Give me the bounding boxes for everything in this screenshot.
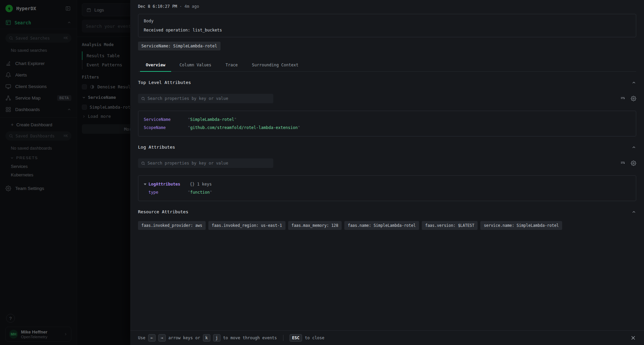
log-attributes-table: LogAttributes {} 1 keys type function	[138, 175, 636, 201]
kbd-j: j	[213, 334, 221, 342]
property-search-input[interactable]	[147, 161, 270, 166]
attribute-value: github.com/streamfold/rotel-lambda-exten…	[188, 125, 300, 130]
kbd-esc: ESC	[290, 334, 302, 342]
caret-down-icon	[144, 184, 146, 185]
divider	[283, 335, 283, 341]
tree-root-row[interactable]: LogAttributes {} 1 keys	[144, 180, 630, 188]
footer-text: to move through events	[223, 336, 277, 340]
top-level-search-row	[138, 94, 636, 103]
table-row: type function	[144, 188, 630, 196]
attribute-chip[interactable]: faas.invoked_region: us-east-1	[208, 221, 285, 230]
table-row: ServiceName SimpleLambda-rotel	[144, 115, 630, 124]
close-panel-button[interactable]	[629, 334, 637, 342]
kbd-arrow-right: →	[158, 334, 166, 342]
panel-footer: Use ← → arrow keys or k j to move throug…	[130, 330, 644, 345]
tab-column-values[interactable]: Column Values	[174, 59, 217, 71]
tab-overview[interactable]: Overview	[140, 59, 171, 71]
event-timestamp-row: Dec 8 6:10:27 PM · 4m ago	[138, 4, 636, 9]
collapse-section-icon[interactable]	[631, 210, 636, 214]
footer-text: to close	[305, 336, 324, 340]
section-actions	[620, 160, 636, 166]
event-time-ago: · 4m ago	[180, 4, 199, 9]
detail-tabs: Overview Column Values Trace Surrounding…	[138, 59, 636, 72]
attribute-key[interactable]: LogAttributes	[148, 182, 190, 187]
section-title: Resource Attributes	[138, 209, 188, 214]
event-detail-panel: Dec 8 6:10:27 PM · 4m ago Body Received …	[130, 0, 644, 345]
resource-attributes-header: Resource Attributes	[138, 209, 636, 214]
resource-attributes-chips: faas.invoked_provider: aws faas.invoked_…	[138, 221, 636, 230]
log-attributes-header: Log Attributes	[138, 145, 636, 150]
attribute-chip[interactable]: faas.version: $LATEST	[422, 221, 478, 230]
property-search-input[interactable]	[147, 96, 270, 101]
kbd-k: k	[203, 334, 210, 342]
tree-meta: {} 1 keys	[190, 182, 212, 187]
event-timestamp: Dec 8 6:10:27 PM	[138, 4, 177, 9]
attribute-value: SimpleLambda-rotel	[188, 117, 237, 122]
attribute-value: function	[188, 190, 212, 195]
body-text: Received operation: list_buckets	[144, 28, 630, 33]
attribute-key[interactable]: ScopeName	[144, 125, 188, 130]
kbd-arrow-left: ←	[148, 334, 156, 342]
attribute-key[interactable]: ServiceName	[144, 117, 188, 122]
property-search[interactable]	[138, 158, 273, 168]
attribute-chip[interactable]: service.name: SimpleLambda-rotel	[480, 221, 562, 230]
gear-icon[interactable]	[631, 160, 636, 166]
attribute-chip[interactable]: faas.name: SimpleLambda-rotel	[344, 221, 419, 230]
gear-icon[interactable]	[631, 96, 636, 101]
footer-text: Use	[138, 336, 145, 340]
attribute-chip[interactable]: faas.max_memory: 128	[288, 221, 342, 230]
top-level-attributes-header: Top Level Attributes	[138, 80, 636, 85]
section-actions	[620, 96, 636, 101]
footer-text: arrow keys or	[168, 336, 200, 340]
collapse-section-icon[interactable]	[631, 80, 636, 85]
table-row: ScopeName github.com/streamfold/rotel-la…	[144, 124, 630, 132]
section-title: Log Attributes	[138, 145, 175, 150]
attribute-chip[interactable]: faas.invoked_provider: aws	[138, 221, 206, 230]
collapse-section-icon[interactable]	[631, 145, 636, 150]
top-level-attributes-table: ServiceName SimpleLambda-rotel ScopeName…	[138, 111, 636, 136]
section-title: Top Level Attributes	[138, 80, 191, 85]
tab-surrounding-context[interactable]: Surrounding Context	[246, 59, 304, 71]
property-search[interactable]	[138, 94, 273, 103]
service-name-chip[interactable]: ServiceName: SimpleLambda-rotel	[138, 42, 221, 50]
body-label: Body	[144, 19, 630, 23]
close-icon	[630, 335, 636, 341]
event-detail-body: Dec 8 6:10:27 PM · 4m ago Body Received …	[130, 0, 644, 330]
search-icon	[141, 96, 145, 101]
tab-trace[interactable]: Trace	[220, 59, 244, 71]
line-wrap-icon[interactable]	[620, 96, 625, 101]
event-body-box: Body Received operation: list_buckets	[138, 14, 636, 37]
hyperdx-app: HyperDX Search ⌘K No saved searches Char…	[0, 0, 644, 345]
log-attributes-search-row	[138, 158, 636, 168]
search-icon	[141, 161, 145, 166]
attribute-key[interactable]: type	[148, 190, 188, 195]
line-wrap-icon[interactable]	[620, 160, 625, 166]
